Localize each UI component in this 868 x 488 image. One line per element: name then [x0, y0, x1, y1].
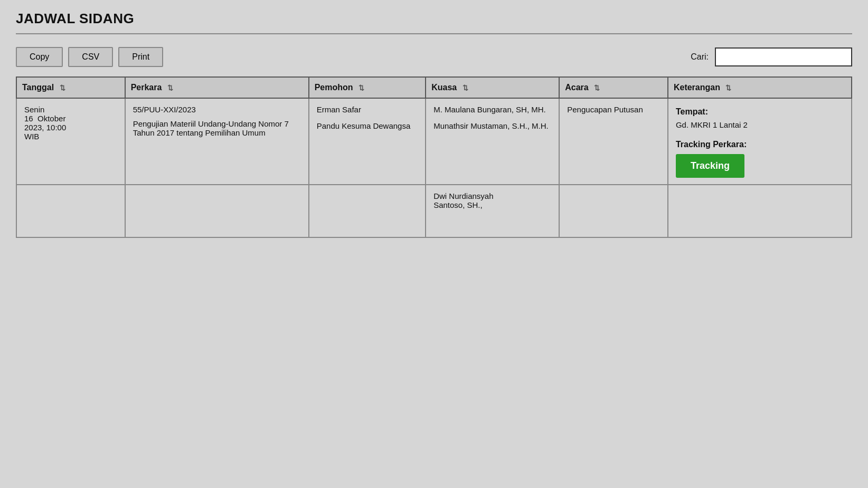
csv-button[interactable]: CSV [68, 47, 113, 67]
cell-kuasa-2: Dwi Nurdiansyah Santoso, SH., [426, 185, 559, 237]
jadwal-table: Tanggal ⇅ Perkara ⇅ Pemohon ⇅ Kuasa ⇅ Ac… [16, 76, 852, 238]
toolbar: Copy CSV Print Cari: [16, 47, 852, 67]
sort-icon-tanggal: ⇅ [60, 84, 65, 92]
cell-pemohon-2 [309, 185, 426, 237]
col-header-tanggal[interactable]: Tanggal ⇅ [16, 77, 125, 98]
table-header-row: Tanggal ⇅ Perkara ⇅ Pemohon ⇅ Kuasa ⇅ Ac… [16, 77, 852, 98]
col-header-pemohon[interactable]: Pemohon ⇅ [309, 77, 426, 98]
sort-icon-acara: ⇅ [594, 84, 600, 92]
cell-acara: Pengucapan Putusan [559, 98, 668, 185]
sort-icon-pemohon: ⇅ [358, 84, 364, 92]
toolbar-buttons: Copy CSV Print [16, 47, 163, 67]
table-row: Senin16 Oktober2023, 10:00WIB 55/PUU-XXI… [16, 98, 852, 185]
tracking-button[interactable]: Tracking [676, 154, 744, 178]
cell-kuasa: M. Maulana Bungaran, SH, MH. Munathsir M… [426, 98, 559, 185]
col-header-keterangan[interactable]: Keterangan ⇅ [668, 77, 852, 98]
cell-perkara-2 [125, 185, 309, 237]
tracking-perkara-label: Tracking Perkara: [676, 140, 747, 149]
search-label: Cari: [691, 52, 709, 62]
page-title: JADWAL SIDANG [16, 11, 852, 27]
search-area: Cari: [691, 47, 852, 66]
sort-icon-kuasa: ⇅ [463, 84, 468, 92]
print-button[interactable]: Print [118, 47, 163, 67]
title-divider [16, 33, 852, 34]
cell-perkara: 55/PUU-XXI/2023 Pengujian Materiil Undan… [125, 98, 309, 185]
copy-button[interactable]: Copy [16, 47, 63, 67]
cell-tanggal-2 [16, 185, 125, 237]
cell-keterangan: Tempat: Gd. MKRI 1 Lantai 2 Tracking Per… [668, 98, 852, 185]
table-row: Dwi Nurdiansyah Santoso, SH., [16, 185, 852, 237]
search-input[interactable] [715, 47, 852, 66]
tempat-value: Gd. MKRI 1 Lantai 2 [676, 120, 748, 129]
col-header-kuasa[interactable]: Kuasa ⇅ [426, 77, 559, 98]
table-container: Tanggal ⇅ Perkara ⇅ Pemohon ⇅ Kuasa ⇅ Ac… [16, 76, 852, 238]
cell-pemohon: Erman Safar Pandu Kesuma Dewangsa [309, 98, 426, 185]
tempat-label: Tempat: [676, 107, 708, 116]
sort-icon-perkara: ⇅ [167, 84, 173, 92]
cell-tanggal: Senin16 Oktober2023, 10:00WIB [16, 98, 125, 185]
col-header-acara[interactable]: Acara ⇅ [559, 77, 668, 98]
cell-keterangan-2 [668, 185, 852, 237]
col-header-perkara[interactable]: Perkara ⇅ [125, 77, 309, 98]
sort-icon-keterangan: ⇅ [725, 84, 731, 92]
cell-acara-2 [559, 185, 668, 237]
